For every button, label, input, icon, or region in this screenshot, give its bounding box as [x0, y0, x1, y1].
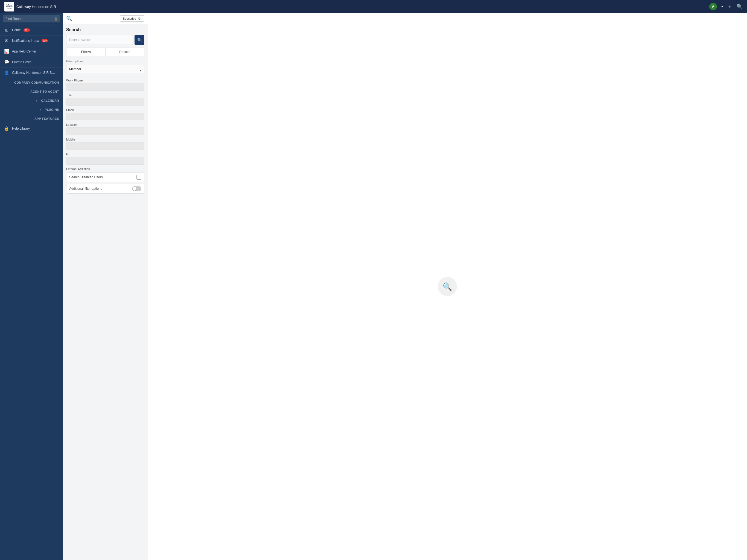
email-label: Email — [66, 108, 145, 111]
sidebar-item-app-help[interactable]: 📊 App Help Center — [0, 46, 63, 57]
search-btn-icon: 🔍 — [137, 38, 142, 42]
notifications-badge: 99+ — [42, 39, 48, 42]
sidebar-label-plugins: PLUGINS — [45, 108, 59, 111]
external-affiliation-label: External Affiliation — [66, 167, 145, 171]
find-rooms-wrapper: 🔒 — [3, 15, 60, 22]
support-req-icon: 👤 — [4, 70, 9, 75]
sidebar-item-agent-to-agent[interactable]: › AGENT TO AGENT — [0, 87, 63, 96]
header-title: Callaway Henderson SIR — [17, 5, 56, 9]
main-layout: 🔒 ⊞ Home 99+ ✉ Notifications Inbox 99+ 📊… — [0, 13, 747, 560]
sidebar-label-app-features: APP FEATURES — [34, 117, 59, 120]
chevron-right-icon: › — [9, 81, 10, 84]
sidebar-item-private-posts[interactable]: 💬 Private Posts — [0, 57, 63, 68]
filter-field-mobile: Mobile — [66, 138, 145, 150]
rss-icon: 📡 — [137, 17, 141, 20]
sidebar: 🔒 ⊞ Home 99+ ✉ Notifications Inbox 99+ 📊… — [0, 13, 63, 560]
app-help-icon: 📊 — [4, 49, 9, 54]
work-phone-input[interactable] — [66, 83, 145, 91]
home-badge: 99+ — [24, 28, 30, 32]
middle-top-bar: 🔍 Subscribe 📡 — [63, 13, 148, 24]
tabs-row: Filters Results — [66, 48, 145, 56]
ext-input[interactable] — [66, 157, 145, 164]
lock-icon: 🔒 — [54, 17, 58, 21]
empty-search-icon: 🔍 — [443, 282, 452, 291]
email-input[interactable] — [66, 113, 145, 120]
toggle-knob — [133, 187, 136, 190]
search-disabled-label: Search Disabled Users — [69, 175, 103, 179]
panel-search-button[interactable]: 🔍 — [66, 16, 72, 22]
subscribe-label: Subscribe — [123, 17, 136, 20]
member-dropdown[interactable]: Member All Active Inactive — [66, 65, 145, 73]
sidebar-item-help-library[interactable]: 🔒 Help Library — [0, 123, 63, 134]
private-posts-icon: 💬 — [4, 59, 9, 65]
logo-text: CallawayHendersonSotheby's — [6, 4, 13, 9]
sidebar-item-home[interactable]: ⊞ Home 99+ — [0, 25, 63, 35]
notifications-icon: ✉ — [4, 38, 9, 43]
filter-field-ext: Ext — [66, 153, 145, 164]
dropdown-arrow[interactable]: ▾ — [721, 5, 723, 8]
sidebar-item-calendar[interactable]: › CALENDAR — [0, 96, 63, 105]
keyword-search-button[interactable]: 🔍 — [134, 35, 145, 45]
global-search-button[interactable]: 🔍 — [737, 4, 743, 9]
add-button[interactable]: ＋ — [727, 3, 732, 10]
middle-panel: 🔍 Subscribe 📡 Search 🔍 Filters Results F… — [63, 13, 148, 560]
home-icon: ⊞ — [4, 28, 9, 32]
search-input-row: 🔍 — [66, 35, 145, 45]
chevron-right-icon-cal: › — [36, 99, 37, 102]
filter-field-work-phone: Work Phone — [66, 79, 145, 91]
sidebar-label-notifications: Notifications Inbox — [12, 39, 39, 43]
sidebar-label-app-help: App Help Center — [12, 50, 36, 53]
help-library-icon: 🔒 — [4, 126, 9, 131]
logo-area: CallawayHendersonSotheby's Callaway Hend… — [4, 2, 56, 11]
tab-results[interactable]: Results — [106, 48, 145, 56]
ext-label: Ext — [66, 153, 145, 156]
find-rooms-input[interactable] — [3, 15, 60, 22]
sidebar-label-home: Home — [12, 28, 21, 32]
external-affiliation-section: External Affiliation Search Disabled Use… — [66, 167, 145, 194]
tab-filters[interactable]: Filters — [67, 48, 106, 56]
chevron-right-icon-plugins: › — [40, 108, 41, 111]
sidebar-label-private-posts: Private Posts — [12, 60, 31, 64]
member-dropdown-wrapper: Member All Active Inactive ▾ — [66, 65, 145, 76]
sidebar-label-help-library: Help Library — [12, 127, 30, 130]
search-section: Search 🔍 Filters Results Filter options … — [63, 24, 148, 200]
find-rooms-container: 🔒 — [0, 13, 63, 25]
title-label: Title — [66, 94, 145, 97]
location-input[interactable] — [66, 127, 145, 135]
subscribe-button[interactable]: Subscribe 📡 — [120, 15, 145, 22]
avatar-button[interactable]: A — [709, 3, 717, 10]
chevron-right-icon-a2a: › — [26, 90, 27, 93]
search-disabled-users-row: Search Disabled Users — [66, 172, 145, 182]
chevron-right-icon-app-features: › — [29, 117, 31, 120]
sidebar-item-app-features[interactable]: › APP FEATURES — [0, 114, 63, 123]
filter-field-location: Location — [66, 123, 145, 135]
sidebar-label-agent-to-agent: AGENT TO AGENT — [30, 90, 59, 93]
sidebar-item-support-req[interactable]: 👤 Callaway Henderson SIR Support Requ... — [0, 68, 63, 78]
header-left: CallawayHendersonSotheby's Callaway Hend… — [4, 2, 56, 11]
sidebar-label-support-req: Callaway Henderson SIR Support Requ... — [12, 71, 56, 75]
mobile-input[interactable] — [66, 142, 145, 150]
right-panel: 🔍 — [148, 13, 747, 560]
sidebar-item-company-comm[interactable]: › COMPANY COMMUNICATION — [0, 78, 63, 87]
title-input[interactable] — [66, 98, 145, 105]
sidebar-label-calendar: CALENDAR — [41, 99, 59, 102]
header-right: A ▾ ＋ 🔍 — [709, 3, 743, 10]
search-disabled-checkbox[interactable] — [136, 175, 141, 180]
additional-filter-toggle[interactable] — [132, 186, 141, 191]
filter-options-label: Filter options — [66, 59, 145, 63]
sidebar-label-company-comm: COMPANY COMMUNICATION — [14, 81, 59, 84]
sidebar-item-notifications[interactable]: ✉ Notifications Inbox 99+ — [0, 35, 63, 46]
logo-box: CallawayHendersonSotheby's — [4, 2, 14, 11]
sidebar-item-plugins[interactable]: › PLUGINS — [0, 105, 63, 114]
filter-field-email: Email — [66, 108, 145, 120]
top-header: CallawayHendersonSotheby's Callaway Hend… — [0, 0, 747, 13]
location-label: Location — [66, 123, 145, 126]
search-heading: Search — [66, 27, 145, 32]
empty-state-icon: 🔍 — [438, 277, 457, 296]
keyword-input[interactable] — [66, 35, 133, 45]
mobile-label: Mobile — [66, 138, 145, 141]
filter-field-title: Title — [66, 94, 145, 105]
additional-filter-label: Additional filter options — [69, 187, 102, 190]
work-phone-label: Work Phone — [66, 79, 145, 82]
additional-filter-row: Additional filter options — [66, 184, 145, 194]
